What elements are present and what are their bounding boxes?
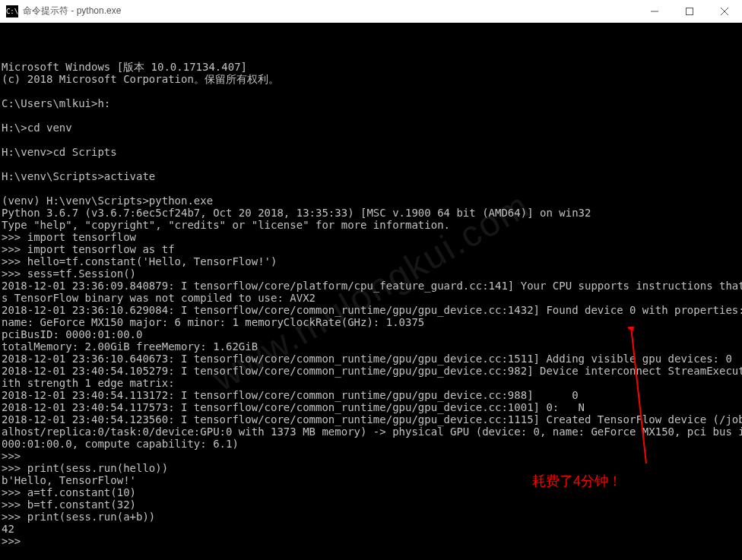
- title-bar: C:\ 命令提示符 - python.exe: [0, 0, 742, 23]
- terminal-text: Microsoft Windows [版本 10.0.17134.407] (c…: [2, 61, 742, 547]
- terminal-output[interactable]: www.mulongkui.com Microsoft Windows [版本 …: [0, 23, 742, 560]
- annotation-label: 耗费了4分钟！: [532, 475, 622, 487]
- svg-rect-1: [687, 8, 693, 14]
- window-controls: [637, 0, 742, 22]
- maximize-button[interactable]: [672, 0, 707, 22]
- minimize-button[interactable]: [637, 0, 672, 22]
- close-button[interactable]: [707, 0, 742, 22]
- window-title: 命令提示符 - python.exe: [23, 5, 637, 17]
- app-icon: C:\: [6, 5, 18, 17]
